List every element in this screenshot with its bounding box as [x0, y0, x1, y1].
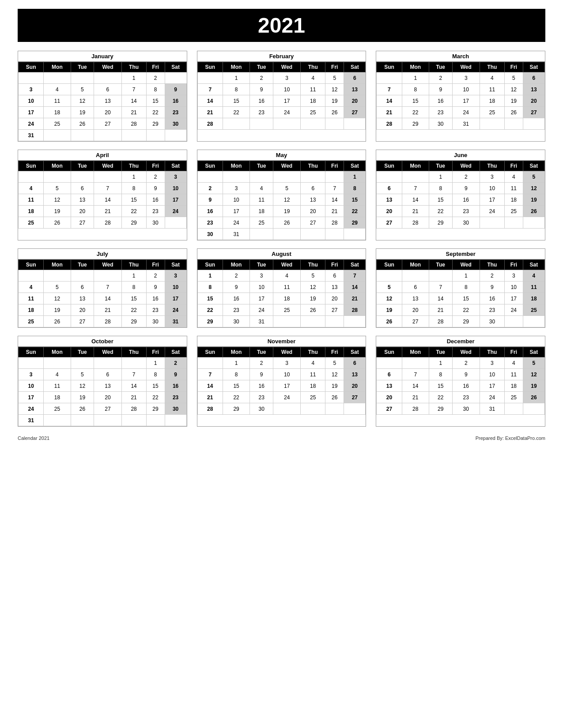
table-row: 28293031: [377, 118, 545, 130]
day-cell: 30: [223, 316, 249, 327]
day-header-mon: Mon: [223, 161, 249, 171]
day-cell: 18: [44, 107, 71, 118]
day-cell: 4: [523, 270, 544, 281]
day-cell: 15: [429, 194, 452, 206]
day-cell: 17: [480, 380, 504, 392]
day-header-thu: Thu: [121, 62, 146, 72]
table-row: 293031: [197, 316, 366, 327]
month-block-november: NovemberSunMonTueWedThuFriSat12345678910…: [197, 336, 367, 427]
day-cell: [121, 130, 146, 141]
day-cell: 20: [344, 380, 366, 392]
table-row: 18192021222324: [19, 206, 187, 217]
table-row: 2627282930: [377, 316, 545, 327]
cal-table: SunMonTueWedThuFriSat1234567891011121314…: [197, 161, 366, 240]
table-row: 6789101112: [377, 183, 545, 194]
day-cell: [44, 270, 71, 281]
day-cell: 20: [523, 95, 544, 107]
day-cell: 27: [344, 392, 366, 403]
day-cell: 5: [523, 171, 544, 183]
day-header-sat: Sat: [523, 62, 544, 72]
day-cell: 20: [344, 95, 366, 107]
day-cell: 29: [429, 217, 452, 229]
month-title: October: [18, 336, 187, 347]
day-cell: 4: [273, 270, 300, 281]
table-row: 21222324252627: [377, 107, 545, 118]
table-row: 2728293031: [377, 403, 545, 415]
day-cell: 15: [223, 380, 249, 392]
table-row: 1234: [377, 270, 545, 281]
day-header-fri: Fri: [325, 62, 344, 72]
day-cell: 28: [94, 217, 121, 229]
day-cell: [44, 72, 71, 84]
day-cell: 18: [44, 392, 71, 403]
day-header-wed: Wed: [273, 260, 300, 270]
day-header-tue: Tue: [429, 161, 452, 171]
day-cell: 16: [223, 293, 249, 304]
table-row: 78910111213: [197, 84, 366, 95]
day-cell: 2: [146, 171, 165, 183]
day-cell: 1: [146, 357, 165, 369]
day-cell: [146, 130, 165, 141]
day-cell: 14: [402, 194, 429, 206]
table-row: 31: [19, 415, 187, 426]
day-header-fri: Fri: [504, 260, 523, 270]
day-cell: [19, 171, 44, 183]
day-cell: 17: [504, 293, 523, 304]
table-row: 23242526272829: [197, 217, 366, 229]
day-cell: 9: [146, 183, 165, 194]
day-cell: 16: [250, 380, 273, 392]
day-cell: 6: [71, 281, 94, 293]
day-cell: [71, 171, 94, 183]
day-cell: 21: [94, 304, 121, 316]
day-cell: 15: [146, 380, 165, 392]
table-row: 282930: [197, 403, 366, 415]
day-cell: 17: [223, 206, 249, 217]
day-cell: 15: [402, 95, 429, 107]
day-cell: 29: [344, 217, 366, 229]
table-row: 6789101112: [377, 369, 545, 380]
day-cell: 29: [197, 316, 223, 327]
day-cell: 17: [19, 392, 44, 403]
day-cell: 22: [223, 107, 249, 118]
month-title: September: [376, 249, 545, 259]
day-cell: 30: [146, 217, 165, 229]
day-cell: [377, 270, 402, 281]
day-cell: 28: [402, 217, 429, 229]
day-cell: 10: [452, 84, 480, 95]
day-cell: 27: [344, 107, 366, 118]
cal-table: SunMonTueWedThuFriSat1234567891011121314…: [376, 347, 545, 415]
table-row: 9101112131415: [197, 194, 366, 206]
day-cell: 4: [504, 357, 523, 369]
day-cell: 7: [402, 183, 429, 194]
day-cell: 31: [452, 118, 480, 130]
table-row: 17181920212223: [19, 392, 187, 403]
day-header-mon: Mon: [402, 62, 429, 72]
day-cell: 20: [377, 392, 402, 403]
day-cell: 16: [480, 293, 504, 304]
day-cell: [19, 357, 44, 369]
day-header-mon: Mon: [44, 161, 71, 171]
day-cell: 1: [452, 270, 480, 281]
day-cell: 25: [19, 316, 44, 327]
month-block-february: FebruarySunMonTueWedThuFriSat12345678910…: [197, 51, 367, 142]
day-cell: 19: [523, 194, 544, 206]
cal-table: SunMonTueWedThuFriSat1234567891011121314…: [376, 161, 545, 229]
day-cell: 10: [480, 369, 504, 380]
day-cell: 12: [71, 95, 94, 107]
day-cell: 17: [19, 107, 44, 118]
day-cell: 22: [429, 206, 452, 217]
page-title: 2021: [18, 9, 545, 42]
month-block-may: MaySunMonTueWedThuFriSat1234567891011121…: [197, 150, 367, 240]
day-cell: [44, 171, 71, 183]
day-cell: 29: [223, 403, 249, 415]
day-cell: [377, 171, 402, 183]
day-cell: 30: [452, 217, 480, 229]
day-cell: 5: [301, 270, 325, 281]
day-cell: 22: [197, 304, 223, 316]
day-cell: 8: [121, 281, 146, 293]
day-cell: 11: [301, 84, 325, 95]
cal-table: SunMonTueWedThuFriSat1234567891011121314…: [197, 259, 366, 327]
day-cell: 6: [402, 281, 429, 293]
day-cell: 5: [377, 281, 402, 293]
day-cell: [301, 316, 325, 327]
